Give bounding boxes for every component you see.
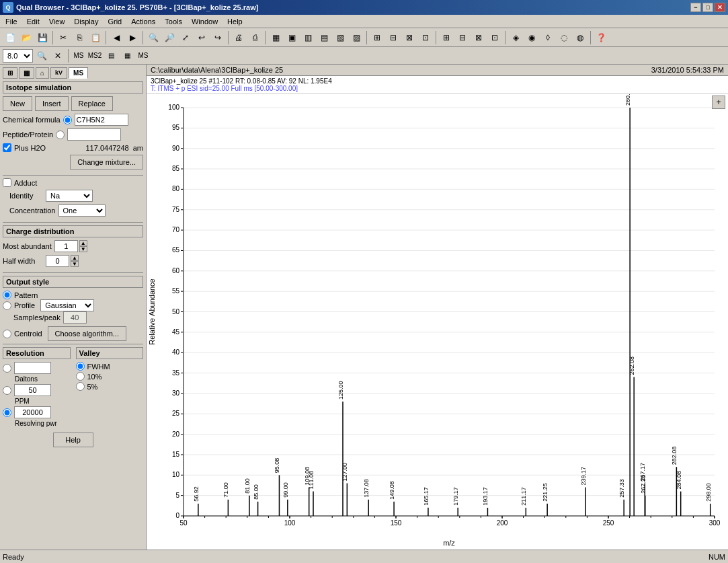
title-bar: Q Qual Browser - 3ClBap+_kolize 25. PS70… — [0, 0, 728, 15]
toolbar-c2[interactable]: ⊟ — [386, 30, 401, 45]
expand-button[interactable]: + — [712, 96, 725, 109]
toolbar-zoom-next[interactable]: ↪ — [210, 30, 225, 45]
maximize-button[interactable]: □ — [702, 3, 713, 12]
zoom-clear-btn[interactable]: ✕ — [50, 48, 65, 63]
toolbar-c8[interactable]: ⊡ — [487, 30, 502, 45]
scan-icon1[interactable]: MS — [71, 48, 86, 63]
valley-fwhm-radio[interactable] — [76, 362, 85, 371]
toolbar-c5[interactable]: ⊞ — [439, 30, 454, 45]
close-button[interactable]: ✕ — [715, 3, 725, 12]
menu-actions[interactable]: Actions — [127, 16, 159, 27]
chem-formula-label: Chemical formula — [3, 116, 60, 124]
panel-tab-kv[interactable]: kV — [50, 67, 67, 79]
peptide-radio[interactable] — [56, 130, 65, 139]
toolbar-cut[interactable]: ✂ — [56, 30, 71, 45]
toolbar-print[interactable]: 🖨 — [231, 30, 246, 45]
toolbar-b3[interactable]: ▥ — [300, 30, 315, 45]
samples-input[interactable] — [63, 311, 87, 324]
res-input2[interactable] — [14, 384, 51, 396]
chem-formula-radio[interactable] — [63, 116, 72, 124]
menu-edit[interactable]: Edit — [23, 16, 44, 27]
toolbar-d5[interactable]: ◍ — [573, 30, 588, 45]
toolbar-b1[interactable]: ▦ — [268, 30, 283, 45]
half-width-up[interactable]: ▲ — [71, 255, 79, 261]
most-abundant-up[interactable]: ▲ — [79, 240, 87, 246]
toolbar-zoom-prev[interactable]: ↩ — [194, 30, 209, 45]
centroid-radio[interactable] — [3, 330, 11, 338]
scan-icon4[interactable]: ▦ — [120, 48, 134, 63]
toolbar-forward[interactable]: ▶ — [125, 30, 140, 45]
toolbar-new[interactable]: 📄 — [3, 30, 17, 45]
menu-tools[interactable]: Tools — [161, 16, 186, 27]
toolbar-c3[interactable]: ⊠ — [402, 30, 417, 45]
toolbar-open[interactable]: 📂 — [19, 30, 34, 45]
menu-window[interactable]: Window — [188, 16, 222, 27]
scan-icon3[interactable]: ▤ — [104, 48, 118, 63]
panel-tab-2[interactable]: ▦ — [19, 67, 34, 79]
plus-h2o-checkbox[interactable] — [3, 143, 11, 152]
res-input3[interactable] — [14, 406, 51, 418]
panel-tab-1[interactable]: ⊞ — [3, 67, 17, 79]
toolbar-zoom-fit[interactable]: ⤢ — [178, 30, 193, 45]
profile-radio[interactable] — [3, 301, 11, 310]
menu-display[interactable]: Display — [70, 16, 102, 27]
profile-dropdown[interactable]: Gaussian Lorentzian — [40, 299, 94, 311]
res-radio3[interactable] — [3, 408, 11, 417]
toolbar-copy[interactable]: ⎘ — [72, 30, 87, 45]
toolbar-print2[interactable]: ⎙ — [247, 30, 262, 45]
adduct-checkbox[interactable] — [3, 178, 11, 187]
valley-5pct-radio[interactable] — [76, 382, 85, 391]
toolbar-b4[interactable]: ▤ — [317, 30, 331, 45]
choose-algorithm-button[interactable]: Choose algorithm... — [48, 326, 126, 341]
most-abundant-input[interactable] — [54, 240, 78, 252]
concentration-dropdown[interactable]: One Two — [58, 204, 106, 217]
toolbar-d4[interactable]: ◌ — [557, 30, 571, 45]
new-button[interactable]: New — [3, 96, 32, 111]
toolbar-d3[interactable]: ◊ — [540, 30, 555, 45]
half-width-input[interactable] — [46, 255, 69, 267]
menu-file[interactable]: File — [1, 16, 22, 27]
toolbar-b6[interactable]: ▨ — [349, 30, 364, 45]
toolbar-back[interactable]: ◀ — [109, 30, 124, 45]
zoom-fit-btn[interactable]: 🔍 — [34, 48, 49, 63]
toolbar-c1[interactable]: ⊞ — [370, 30, 385, 45]
replace-button[interactable]: Replace — [71, 96, 113, 111]
help-button[interactable]: Help — [53, 433, 93, 447]
toolbar-c4[interactable]: ⊡ — [418, 30, 433, 45]
menu-view[interactable]: View — [45, 16, 69, 27]
toolbar-d1[interactable]: ◈ — [508, 30, 523, 45]
panel-tab-3[interactable]: ⌂ — [36, 67, 49, 79]
pattern-radio[interactable] — [3, 291, 11, 299]
res-radio1[interactable] — [3, 364, 11, 373]
change-mixture-button[interactable]: Change mixture... — [70, 155, 143, 170]
toolbar-zoom-out[interactable]: 🔎 — [162, 30, 177, 45]
toolbar-help[interactable]: ❓ — [594, 30, 608, 45]
res-radio3-row — [3, 406, 71, 418]
zoom-combo[interactable]: 8.0 — [3, 49, 33, 63]
minimize-button[interactable]: − — [690, 3, 701, 12]
toolbar-save[interactable]: 💾 — [35, 30, 50, 45]
toolbar-c6[interactable]: ⊟ — [455, 30, 470, 45]
chem-formula-input[interactable] — [75, 114, 128, 126]
half-width-down[interactable]: ▼ — [71, 261, 79, 267]
divider4 — [3, 344, 143, 344]
toolbar-b5[interactable]: ▧ — [333, 30, 348, 45]
res-input1[interactable] — [14, 362, 51, 374]
toolbar-b2[interactable]: ▣ — [284, 30, 299, 45]
toolbar-zoom-in[interactable]: 🔍 — [146, 30, 161, 45]
menu-help[interactable]: Help — [223, 16, 247, 27]
toolbar-paste[interactable]: 📋 — [88, 30, 103, 45]
scan-icon2[interactable]: MS2 — [87, 48, 102, 63]
identity-dropdown[interactable]: Na K H — [46, 190, 93, 202]
most-abundant-down[interactable]: ▼ — [79, 246, 87, 252]
spectrum-canvas[interactable] — [147, 94, 728, 550]
res-radio2[interactable] — [3, 386, 11, 395]
peptide-input[interactable] — [67, 128, 121, 141]
toolbar-c7[interactable]: ⊠ — [471, 30, 486, 45]
menu-grid[interactable]: Grid — [104, 16, 126, 27]
panel-tab-ms[interactable]: MS — [69, 67, 88, 79]
insert-button[interactable]: Insert — [35, 96, 69, 111]
toolbar-d2[interactable]: ◉ — [524, 30, 539, 45]
scan-icon5[interactable]: MS — [136, 48, 151, 63]
valley-10pct-radio[interactable] — [76, 372, 85, 381]
